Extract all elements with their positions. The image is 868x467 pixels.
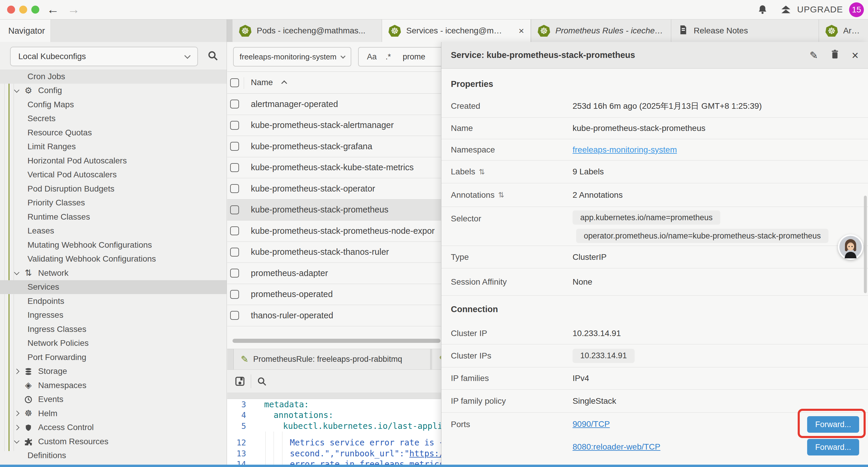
row-checkbox[interactable] (230, 248, 239, 257)
delete-button[interactable] (831, 49, 839, 61)
ports-row: Ports 9090/TCP 8080:reloader-web/TCP For… (441, 413, 868, 467)
sidebar-item-network[interactable]: ⇅ Network (0, 266, 226, 280)
port-link-8080[interactable]: 8080:reloader-web/TCP (572, 442, 660, 451)
forward-button[interactable]: → (67, 1, 80, 18)
close-tab-icon[interactable]: × (519, 25, 524, 36)
tab-bar: ☸ Pods - icecheng@mathmas... ☸ Services … (227, 20, 868, 42)
notification-badge[interactable]: 15 (849, 2, 864, 17)
back-button[interactable]: ← (47, 1, 59, 18)
editor-tab-prometheusrule[interactable]: ✎ PrometheusRule: freeleaps-prod-rabbitm… (234, 349, 430, 370)
sidebar-item-custom-resources[interactable]: Custom Resources (0, 435, 226, 449)
sidebar-item-mutating-webhook-configurations[interactable]: Mutating Webhook Configurations (0, 238, 226, 252)
namespace-row: Namespace freeleaps-monitoring-system (441, 139, 868, 160)
window-accent-bar (0, 465, 868, 467)
cluster-ip-value: 10.233.14.91 (572, 329, 621, 338)
row-checkbox[interactable] (230, 184, 239, 193)
row-checkbox[interactable] (230, 311, 239, 320)
row-checkbox[interactable] (230, 163, 239, 172)
created-value: 253d 16h 6m ago (2025年1月13日 GMT+8 1:25:3… (572, 100, 762, 112)
close-window-button[interactable] (7, 6, 15, 13)
kubeconfig-selector[interactable]: Local Kubeconfigs (10, 47, 198, 66)
tab-release-notes[interactable]: Release Notes (671, 20, 819, 42)
detail-panel-body: Properties Created 253d 16h 6m ago (2025… (441, 68, 868, 467)
sidebar-item-port-forwarding[interactable]: Port Forwarding (0, 350, 226, 364)
kubernetes-icon: ☸ (239, 25, 251, 37)
tab-prometheus-rules[interactable]: ☸ Prometheus Rules - icecheng... (531, 20, 671, 42)
expander-icon[interactable]: ⇅ (498, 191, 504, 199)
tab-argo[interactable]: ☸ Argo Se (819, 20, 868, 42)
regex-toggle[interactable]: .* (385, 52, 391, 61)
selector-chip: app.kubernetes.io/name=prometheus (572, 210, 720, 225)
sidebar-item-vertical-pod-autoscalers[interactable]: Vertical Pod Autoscalers (0, 168, 226, 182)
row-checkbox[interactable] (230, 205, 239, 214)
search-query: prome (403, 52, 426, 61)
annotations-count: 2 Annotations (572, 191, 623, 200)
up-down-arrows-icon: ⇅ (23, 269, 34, 277)
notifications-bell-icon[interactable] (757, 4, 768, 17)
sidebar-item-access-control[interactable]: Access Control (0, 420, 226, 435)
sidebar-item-services[interactable]: Services (0, 280, 226, 294)
sidebar-item-helm[interactable]: ☸ Helm (0, 406, 226, 420)
match-case-toggle[interactable]: Aa (367, 52, 377, 61)
sidebar-item-network-policies[interactable]: Network Policies (0, 337, 226, 351)
line-number: 13 (227, 449, 246, 458)
sidebar-item-runtime-classes[interactable]: Runtime Classes (0, 210, 226, 224)
namespace-filter-dropdown[interactable]: freeleaps-monitoring-system (233, 47, 351, 66)
edit-button[interactable]: ✎ (809, 50, 818, 60)
chevron-right-icon (14, 411, 19, 416)
ip-family-policy-value: SingleStack (572, 396, 616, 406)
row-checkbox[interactable] (230, 290, 239, 299)
sidebar-item-priority-classes[interactable]: Priority Classes (0, 196, 226, 210)
sidebar-item-config[interactable]: ⚙ Config (0, 84, 226, 98)
save-button[interactable] (235, 376, 245, 388)
maximize-window-button[interactable] (31, 6, 39, 13)
panel-scrollbar[interactable] (864, 196, 867, 293)
sidebar-item-resource-quotas[interactable]: Resource Quotas (0, 126, 226, 140)
sidebar-search-button[interactable] (207, 50, 219, 63)
connection-section-heading: Connection (441, 296, 868, 323)
sidebar-item-endpoints[interactable]: Endpoints (0, 294, 226, 308)
sidebar-item-cron-jobs[interactable]: Cron Jobs (0, 69, 226, 84)
row-checkbox[interactable] (230, 226, 239, 235)
navigator-sidebar: Local Kubeconfigs Cron Jobs ⚙ Config Con… (0, 42, 227, 467)
sidebar-item-pod-disruption-budgets[interactable]: Pod Disruption Budgets (0, 182, 226, 196)
sidebar-item-events[interactable]: Events (0, 392, 226, 407)
sidebar-item-leases[interactable]: Leases (0, 224, 226, 238)
sidebar-item-limit-ranges[interactable]: Limit Ranges (0, 140, 226, 154)
row-checkbox[interactable] (230, 269, 239, 278)
sidebar-item-secrets[interactable]: Secrets (0, 112, 226, 126)
upgrade-button[interactable]: UPGRADE (797, 4, 843, 14)
pencil-icon: ✎ (241, 354, 248, 365)
puzzle-icon (23, 437, 34, 446)
column-header-name[interactable]: Name (251, 78, 273, 87)
sidebar-item-horizontal-pod-autoscalers[interactable]: Horizontal Pod Autoscalers (0, 154, 226, 168)
sidebar-item-config-maps[interactable]: Config Maps (0, 97, 226, 112)
minimize-window-button[interactable] (19, 6, 27, 13)
select-all-checkbox[interactable] (230, 78, 239, 87)
horizontal-scrollbar[interactable] (232, 339, 440, 343)
forward-button-8080[interactable]: Forward... (807, 439, 859, 456)
sidebar-item-storage[interactable]: Storage (0, 364, 226, 379)
namespace-link[interactable]: freeleaps-monitoring-system (572, 145, 677, 154)
user-avatar[interactable] (838, 234, 863, 260)
sidebar-item-ingresses[interactable]: Ingresses (0, 308, 226, 322)
system-titlebar: ← → UPGRADE 15 (0, 0, 868, 20)
sidebar-item-definitions[interactable]: Definitions (0, 449, 226, 463)
expander-icon[interactable]: ⇅ (479, 168, 485, 176)
sidebar-item-ingress-classes[interactable]: Ingress Classes (0, 322, 226, 337)
row-checkbox[interactable] (230, 121, 239, 130)
row-checkbox[interactable] (230, 99, 239, 109)
row-checkbox[interactable] (230, 142, 239, 151)
chevron-right-icon (14, 369, 19, 374)
sidebar-item-namespaces[interactable]: ◈ Namespaces (0, 378, 226, 392)
document-icon (678, 24, 688, 38)
navigator-tab[interactable]: Navigator (0, 20, 51, 42)
port-link-9090[interactable]: 9090/TCP (572, 419, 610, 429)
editor-search-button[interactable] (256, 376, 267, 388)
tab-pods[interactable]: ☸ Pods - icecheng@mathmas... (232, 20, 382, 42)
sidebar-item-validating-webhook-configurations[interactable]: Validating Webhook Configurations (0, 252, 226, 266)
chevron-down-icon (14, 270, 19, 275)
tab-services[interactable]: ☸ Services - icecheng@math... × (382, 20, 531, 42)
cluster-ips-row: Cluster IPs 10.233.14.91 (441, 344, 868, 368)
close-panel-button[interactable]: × (852, 49, 859, 61)
